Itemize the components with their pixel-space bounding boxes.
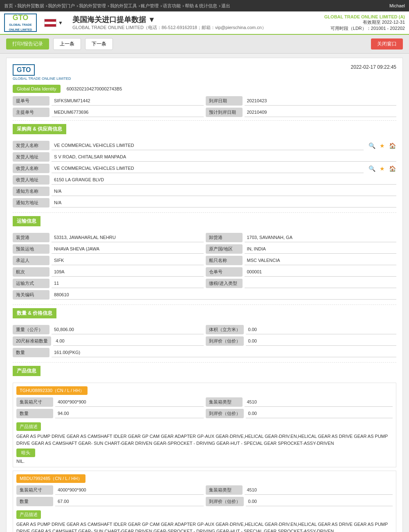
weight-value: 50,806.00 [52, 325, 204, 334]
pre-load-value: NHAVA SHEVA (JAWA [52, 244, 204, 254]
consignee-actions: 🔍 ★ 🏠 [368, 164, 396, 173]
weight-volume-row: 重量（公斤） 50,806.00 体积（立方米） 0.00 [13, 325, 396, 334]
pre-load-group: 预装运地 NHAVA SHEVA (JAWA [13, 244, 204, 254]
voyage-value: 109A [52, 267, 204, 277]
container-1-id: TGHU08892330（CN / L / HH） [16, 386, 88, 395]
container2-size-group: 集装箱尺寸 4000*900*900 [16, 485, 204, 495]
consignee-name-value: VE COMMERCIAL VEHICLES LIMITED [52, 164, 364, 173]
vessel-value: MSC VALENCIA [245, 256, 397, 265]
consignee-search-icon[interactable]: 🔍 [368, 165, 376, 173]
carrier-value: SIFK [52, 256, 204, 265]
container-no-label: 仓单号 [206, 267, 243, 277]
container2-qty-label: 数量 [16, 497, 53, 506]
consignee-star-icon[interactable]: ★ [378, 165, 386, 173]
container-item-2: MBDU7992485（CN / L / HH） 集装箱尺寸 4000*900*… [13, 471, 396, 532]
star-icon[interactable]: ★ [378, 142, 386, 150]
container2-qty-price-row: 数量 67.00 到岸价（估价） 0.00 [16, 497, 393, 506]
carrier-label: 承运人 [13, 256, 49, 265]
customs-type-label: 缴税/进入类型 [206, 279, 243, 288]
bill-row: 提单号 SIFKSMUM71442 到岸日期 20210423 [13, 96, 396, 106]
container2-price-value: 0.00 [246, 497, 393, 506]
nav-export-data[interactable]: 我的外贸数据 [17, 3, 44, 9]
page-title-area: 美国海关进口提单数据 ▼ GLOBAL TRADE ONLINE LIMITED… [72, 15, 266, 31]
container2-type-group: 集装箱类型 4510 [206, 485, 393, 495]
transport-customs-row: 运输方式 11 缴税/进入类型 [13, 279, 396, 288]
origin-port-value: 53313, JAWAHARLAL NEHRU [52, 233, 204, 242]
nav-language[interactable]: 语言功能 [163, 3, 181, 9]
dest-port-label: 卸货港 [206, 233, 243, 242]
ports-row: 装货港 53313, JAWAHARLAL NEHRU 卸货港 1703, SA… [13, 233, 396, 242]
master-bill-row: 主提单号 MEDUM6773696 预计到岸日期 20210409 [13, 108, 396, 117]
supplier-section-title: 采购商 & 供应商信息 [13, 124, 66, 134]
containers-20-value: 4.00 [53, 336, 203, 346]
customs-type-value [245, 279, 397, 288]
container2-qty-group: 数量 67.00 [16, 497, 204, 506]
container1-more-btn[interactable]: 暗头 [16, 449, 35, 457]
vessel-label: 船只名称 [206, 256, 243, 265]
origin-country-label: 原产国/地区 [206, 244, 243, 254]
shipper-actions: 🔍 ★ 🏠 [368, 141, 396, 150]
voyage-group: 航次 109A [13, 267, 204, 277]
container2-qty-value: 67.00 [55, 497, 204, 506]
nav-export-portal[interactable]: 我的外贸门户 [48, 3, 75, 9]
nav-home[interactable]: 首页 [4, 3, 13, 9]
top-toolbar: 打印/报告记录 上一条 下一条 关闭窗口 [0, 35, 409, 54]
consignee-home-icon[interactable]: 🏠 [388, 165, 396, 173]
container1-price-label: 到岸价（估价） [206, 409, 244, 418]
containers-20-label: 20尺标准箱数量 [13, 336, 51, 346]
header-right: GLOBAL TRADE ONLINE LIMITED (A) 有效期至 202… [324, 14, 405, 32]
master-bill-value: MEDUM6773696 [52, 108, 204, 117]
container1-type-value: 4510 [245, 397, 393, 407]
close-button[interactable]: 关闭窗口 [371, 38, 403, 50]
next-button[interactable]: 下一条 [85, 38, 113, 50]
transport-section-title: 运输信息 [13, 216, 40, 226]
flag-selector[interactable]: ▼ [44, 19, 63, 27]
nav-export-tools[interactable]: 我的外贸工具 [110, 3, 137, 9]
supplier-section: 采购商 & 供应商信息 发货人名称 VE COMMERCIAL VEHICLES… [13, 124, 396, 207]
weight-group: 重量（公斤） 50,806.00 [13, 325, 204, 334]
page-subtitle: GLOBAL TRADE ONLINE LIMITED（电话：86-512-69… [72, 25, 266, 31]
bill-no-group: 提单号 SIFKSMUM71442 [13, 96, 204, 106]
notify-name-value: N/A [52, 187, 396, 196]
print-button[interactable]: 打印/报告记录 [6, 38, 49, 50]
company-link[interactable]: GLOBAL TRADE ONLINE LIMITED (A) [324, 14, 405, 19]
container1-qty-group: 数量 94.00 [16, 409, 204, 418]
prev-button[interactable]: 上一条 [53, 38, 81, 50]
container2-size-type-row: 集装箱尺寸 4000*900*900 集装箱类型 4510 [16, 485, 393, 495]
container1-desc-label: 产品描述 [16, 422, 41, 431]
notify-name-label: 通知方名称 [13, 187, 49, 196]
customs-type-group: 缴税/进入类型 [206, 279, 397, 288]
nav-logout[interactable]: 退出 [221, 3, 230, 9]
record-datetime: 2022-02-17 09:22:45 [351, 64, 396, 70]
container1-desc-text: GEAR AS PUMP DRIVE GEAR AS CAMSHAFT IDLE… [16, 433, 393, 446]
container2-type-value: 4510 [245, 485, 393, 495]
origin-port-group: 装货港 53313, JAWAHARLAL NEHRU [13, 233, 204, 242]
est-arrival-group: 预计到岸日期 20210409 [206, 108, 397, 117]
transport-mode-group: 运输方式 11 [13, 279, 204, 288]
container1-price-group: 到岸价（估价） 0.00 [206, 409, 393, 418]
home-icon[interactable]: 🏠 [388, 142, 396, 150]
containers-price-row: 20尺标准箱数量 4.00 到岸价（估价） 0.00 [13, 336, 396, 346]
container1-nil: NIL. [16, 459, 393, 464]
container2-size-value: 4000*900*900 [55, 485, 204, 495]
nav-account[interactable]: 账户管理 [141, 3, 159, 9]
container2-size-label: 集装箱尺寸 [16, 485, 53, 495]
ldr: 可用时段（LDR）：201001 - 202202 [324, 25, 405, 32]
master-bill-label: 主提单号 [13, 108, 49, 117]
arrival-date-group: 到岸日期 20210423 [206, 96, 397, 106]
qty-value: 161.00(PKG) [52, 348, 396, 357]
global-id-row: Global Data Identity 6003202104270000274… [13, 85, 396, 93]
nav-export-manage[interactable]: 我的外贸管理 [79, 3, 106, 9]
nav-help[interactable]: 帮助 & 统计信息 [185, 3, 217, 9]
container1-size-type-row: 集装箱尺寸 4000*900*900 集装箱类型 4510 [16, 397, 393, 407]
container-no-group: 仓单号 000001 [206, 267, 397, 277]
notify-addr-label: 通知方地址 [13, 198, 49, 207]
username: Michael [389, 3, 405, 8]
container2-desc-text: GEAR AS PUMP DRIVE GEAR AS CAMSHAFT IDLE… [16, 521, 393, 532]
global-id-value: 60032021042700002743B5 [63, 85, 126, 93]
container1-size-group: 集装箱尺寸 4000*900*900 [16, 397, 204, 407]
notify-addr-row: 通知方地址 N/A [13, 198, 396, 207]
logo: GTO GLOBAL TRADE ONLINE LIMITED [4, 14, 37, 32]
search-icon[interactable]: 🔍 [368, 142, 376, 150]
origin-country-group: 原产国/地区 IN, INDIA [206, 244, 397, 254]
